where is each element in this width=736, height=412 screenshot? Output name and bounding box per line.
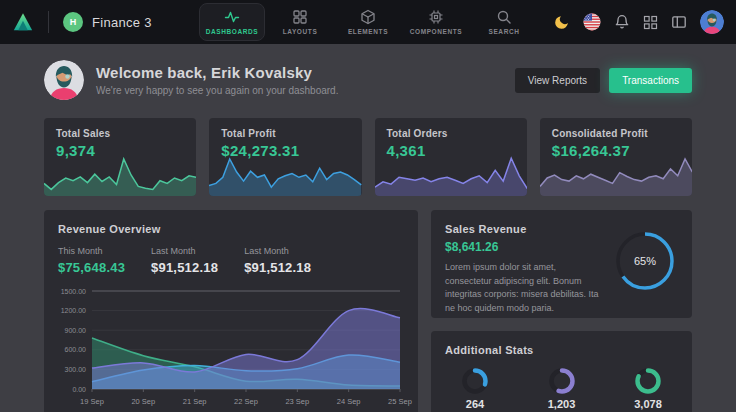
- x-axis-label: 19 Sep: [80, 397, 104, 406]
- total-orders-sparkline: [375, 152, 527, 196]
- nav-item-label: SEARCH: [488, 28, 519, 35]
- nav-item-search[interactable]: SEARCH: [471, 3, 537, 41]
- nav-item-label: LAYOUTS: [283, 28, 318, 35]
- layout-grid-icon: [292, 9, 308, 25]
- main-nav: DASHBOARDSLAYOUTSELEMENTSCOMPONENTSSEARC…: [199, 0, 537, 44]
- sales-revenue-card: Sales Revenue $8,641.26 Lorem ipsum dolo…: [431, 210, 692, 318]
- additional-stat-item: 1,203: [548, 367, 576, 410]
- nav-item-elements[interactable]: ELEMENTS: [335, 3, 401, 41]
- navbar-actions: [553, 10, 724, 34]
- total-sales-sparkline: [44, 152, 196, 196]
- additional-stat-donut: [461, 367, 489, 395]
- y-axis-tick: 1500.00: [61, 288, 86, 295]
- cpu-icon: [428, 9, 444, 25]
- stat-card-label: Total Profit: [221, 128, 349, 139]
- notifications-bell-icon[interactable]: [614, 14, 630, 30]
- nav-item-label: COMPONENTS: [410, 28, 463, 35]
- sales-revenue-description: Lorem ipsum dolor sit amet, consectetur …: [445, 261, 599, 315]
- brand-badge: H: [63, 12, 83, 32]
- welcome-avatar: [44, 60, 84, 100]
- additional-stat-donut: [548, 367, 576, 395]
- y-axis-tick: 300.00: [65, 366, 87, 373]
- page-content: Welcome back, Erik Kovalsky We're very h…: [0, 44, 736, 412]
- additional-stat-item: 264: [461, 367, 489, 410]
- x-axis-label: 23 Sep: [285, 397, 309, 406]
- view-reports-button[interactable]: View Reports: [515, 68, 600, 93]
- revenue-overview-title: Revenue Overview: [58, 223, 404, 235]
- revenue-overview-card: Revenue Overview This Month$75,648.43Las…: [44, 210, 418, 412]
- consolidated-profit-sparkline: [540, 152, 692, 196]
- welcome-subtitle: We're very happy to see you again on you…: [96, 85, 338, 96]
- search-icon: [496, 9, 512, 25]
- additional-stat-value: 1,203: [548, 398, 576, 410]
- x-axis-label: 20 Sep: [131, 397, 155, 406]
- additional-stat-value: 264: [466, 398, 484, 410]
- main-row: Revenue Overview This Month$75,648.43Las…: [44, 210, 692, 412]
- y-axis-tick: 0.00: [72, 386, 86, 393]
- stat-card-label: Total Sales: [56, 128, 184, 139]
- x-axis-label: 22 Sep: [234, 397, 258, 406]
- app-logo-icon[interactable]: [12, 11, 34, 33]
- stat-card-label: Total Orders: [387, 128, 515, 139]
- revenue-stat: Last Month$91,512.18: [244, 246, 311, 275]
- nav-item-label: DASHBOARDS: [206, 28, 259, 35]
- welcome-title: Welcome back, Erik Kovalsky: [96, 64, 338, 81]
- purple-series-area: [92, 309, 400, 389]
- stats-row: Total Sales9,374Total Profit$24,273.31To…: [44, 118, 692, 196]
- nav-item-layouts[interactable]: LAYOUTS: [267, 3, 333, 41]
- welcome-text: Welcome back, Erik Kovalsky We're very h…: [96, 64, 338, 96]
- revenue-stats: This Month$75,648.43Last Month$91,512.18…: [58, 246, 404, 275]
- welcome-actions: View Reports Transactions: [515, 68, 692, 93]
- additional-stat-item: 3,078: [634, 367, 662, 410]
- brand-group: H Finance 3: [12, 11, 152, 33]
- nav-item-components[interactable]: COMPONENTS: [403, 3, 469, 41]
- sales-revenue-donut: 65%: [614, 230, 676, 292]
- y-axis-tick: 1200.00: [61, 307, 86, 314]
- revenue-overview-chart: 0.00300.00600.00900.001200.001500.0019 S…: [58, 285, 404, 411]
- language-flag-us-icon[interactable]: [583, 13, 601, 31]
- nav-item-label: ELEMENTS: [348, 28, 388, 35]
- navbar-divider: [48, 11, 49, 33]
- revenue-stat-value: $91,512.18: [151, 260, 218, 275]
- additional-stats-donuts: 2641,2033,078: [445, 367, 678, 410]
- revenue-stat-value: $91,512.18: [244, 260, 311, 275]
- additional-stats-card: Additional Stats 2641,2033,078: [431, 331, 692, 412]
- right-column: Sales Revenue $8,641.26 Lorem ipsum dolo…: [431, 210, 692, 412]
- revenue-stat-label: Last Month: [244, 246, 311, 256]
- x-axis-label: 24 Sep: [337, 397, 361, 406]
- apps-grid-icon[interactable]: [643, 15, 658, 30]
- additional-stats-title: Additional Stats: [445, 344, 678, 356]
- stat-card-total-orders: Total Orders4,361: [375, 118, 527, 196]
- welcome-section: Welcome back, Erik Kovalsky We're very h…: [44, 60, 692, 100]
- brand-title: Finance 3: [92, 15, 152, 30]
- x-axis-label: 25 Sep: [388, 397, 412, 406]
- revenue-stat: This Month$75,648.43: [58, 246, 125, 275]
- additional-stat-donut: [634, 367, 662, 395]
- revenue-stat-label: This Month: [58, 246, 125, 256]
- activity-icon: [224, 9, 240, 25]
- x-axis-label: 21 Sep: [183, 397, 207, 406]
- additional-stat-value: 3,078: [634, 398, 662, 410]
- stat-card-label: Consolidated Profit: [552, 128, 680, 139]
- y-axis-tick: 900.00: [65, 327, 87, 334]
- total-profit-sparkline: [209, 152, 361, 196]
- dark-mode-moon-icon[interactable]: [553, 14, 570, 31]
- stat-card-total-profit: Total Profit$24,273.31: [209, 118, 361, 196]
- top-navbar: H Finance 3 DASHBOARDSLAYOUTSELEMENTSCOM…: [0, 0, 736, 44]
- sidebar-panel-icon[interactable]: [671, 14, 687, 30]
- box-icon: [360, 9, 376, 25]
- stat-card-consolidated-profit: Consolidated Profit$16,264.37: [540, 118, 692, 196]
- revenue-stat: Last Month$91,512.18: [151, 246, 218, 275]
- stat-card-total-sales: Total Sales9,374: [44, 118, 196, 196]
- revenue-stat-value: $75,648.43: [58, 260, 125, 275]
- donut-percent-label: 65%: [634, 255, 656, 267]
- revenue-stat-label: Last Month: [151, 246, 218, 256]
- user-avatar[interactable]: [700, 10, 724, 34]
- y-axis-tick: 600.00: [65, 346, 87, 353]
- transactions-button[interactable]: Transactions: [609, 68, 692, 93]
- nav-item-dashboards[interactable]: DASHBOARDS: [199, 3, 265, 41]
